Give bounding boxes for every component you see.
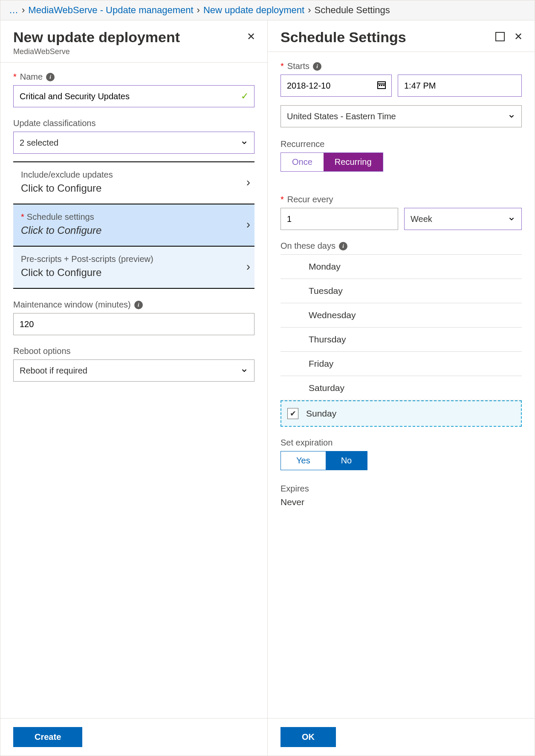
expiration-toggle: Yes No xyxy=(281,451,367,470)
required-indicator: * xyxy=(13,72,17,82)
pane-subtitle: MediaWebServe xyxy=(13,47,254,56)
ok-button[interactable]: OK xyxy=(281,727,336,747)
day-row-tuesday[interactable]: Tuesday xyxy=(281,279,522,303)
checkbox-checked-icon[interactable]: ✔ xyxy=(287,408,298,419)
pin-icon[interactable] xyxy=(495,32,505,41)
recurrence-option-once[interactable]: Once xyxy=(281,153,324,171)
chevron-right-icon xyxy=(246,260,250,273)
recurrence-toggle: Once Recurring xyxy=(281,152,383,172)
info-icon[interactable]: i xyxy=(339,242,347,250)
recurrence-option-recurring[interactable]: Recurring xyxy=(324,153,383,171)
name-label: Name xyxy=(20,72,43,82)
close-icon[interactable] xyxy=(514,31,523,43)
pane-title: New update deployment xyxy=(13,29,254,46)
reboot-label: Reboot options xyxy=(13,346,71,356)
breadcrumb: … MediaWebServe - Update management New … xyxy=(0,0,535,20)
close-icon[interactable] xyxy=(247,31,255,43)
timezone-value: United States - Eastern Time xyxy=(287,112,396,121)
info-icon[interactable]: i xyxy=(46,73,55,81)
chevron-right-icon xyxy=(246,218,250,231)
days-list: Monday Tuesday Wednesday Thursday Friday… xyxy=(281,254,522,427)
expiration-label: Set expiration xyxy=(281,438,333,448)
start-time-input[interactable] xyxy=(398,75,522,97)
svg-rect-2 xyxy=(379,85,380,86)
breadcrumb-ellipsis[interactable]: … xyxy=(9,5,18,16)
pane-schedule-settings: Schedule Settings * Starts i xyxy=(268,20,535,756)
day-row-thursday[interactable]: Thursday xyxy=(281,328,522,352)
pane-new-update-deployment: New update deployment MediaWebServe * Na… xyxy=(0,20,268,756)
day-row-wednesday[interactable]: Wednesday xyxy=(281,303,522,328)
expiration-option-no[interactable]: No xyxy=(326,451,367,470)
starts-label: Starts xyxy=(287,61,309,71)
breadcrumb-item-2: Schedule Settings xyxy=(315,5,390,16)
recurrence-label: Recurrence xyxy=(281,139,324,149)
expiration-option-yes[interactable]: Yes xyxy=(281,451,326,470)
recur-unit-select[interactable]: Week xyxy=(404,208,522,230)
expires-label: Expires xyxy=(281,484,309,494)
days-label: On these days xyxy=(281,241,335,251)
chevron-right-icon xyxy=(22,5,25,16)
timezone-select[interactable]: United States - Eastern Time xyxy=(281,105,522,127)
chevron-right-icon xyxy=(246,175,250,189)
check-icon: ✓ xyxy=(241,91,249,102)
classifications-label: Update classifications xyxy=(13,118,95,128)
section-schedule-settings[interactable]: *Schedule settings Click to Configure xyxy=(13,204,254,246)
chevron-right-icon xyxy=(197,5,200,16)
breadcrumb-item-0[interactable]: MediaWebServe - Update management xyxy=(28,5,193,16)
chevron-down-icon xyxy=(508,112,515,120)
info-icon[interactable]: i xyxy=(313,62,321,71)
maintenance-label: Maintenance window (minutes) xyxy=(13,300,131,310)
day-row-friday[interactable]: Friday xyxy=(281,352,522,376)
pane-title: Schedule Settings xyxy=(281,29,522,46)
name-input[interactable] xyxy=(13,85,254,107)
day-row-sunday[interactable]: ✔ Sunday xyxy=(281,400,522,427)
reboot-value: Reboot if required xyxy=(20,366,87,376)
classifications-value: 2 selected xyxy=(20,138,58,148)
chevron-down-icon xyxy=(508,215,515,223)
expires-value: Never xyxy=(281,497,522,507)
chevron-down-icon xyxy=(240,367,248,374)
recur-unit-value: Week xyxy=(411,214,432,224)
create-button[interactable]: Create xyxy=(13,727,82,747)
day-row-monday[interactable]: Monday xyxy=(281,255,522,279)
section-include-exclude[interactable]: Include/exclude updates Click to Configu… xyxy=(13,161,254,204)
recur-every-input[interactable] xyxy=(281,208,398,230)
recur-every-label: Recur every xyxy=(287,195,333,204)
start-date-input[interactable] xyxy=(281,75,392,97)
classifications-select[interactable]: 2 selected xyxy=(13,132,254,154)
day-row-saturday[interactable]: Saturday xyxy=(281,376,522,400)
calendar-icon[interactable] xyxy=(376,80,387,92)
info-icon[interactable]: i xyxy=(134,301,143,309)
chevron-right-icon xyxy=(308,5,311,16)
svg-rect-4 xyxy=(383,85,385,86)
maintenance-input[interactable] xyxy=(13,313,254,335)
breadcrumb-item-1[interactable]: New update deployment xyxy=(203,5,304,16)
section-pre-post-scripts[interactable]: Pre-scripts + Post-scripts (preview) Cli… xyxy=(13,246,254,289)
svg-rect-3 xyxy=(381,85,382,86)
chevron-down-icon xyxy=(240,139,248,147)
reboot-select[interactable]: Reboot if required xyxy=(13,359,254,382)
